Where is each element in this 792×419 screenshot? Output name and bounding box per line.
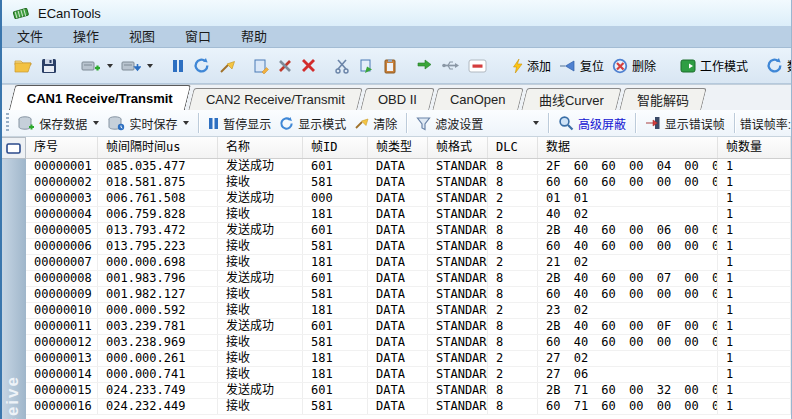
filter-settings-label: 滤波设置 (435, 115, 483, 132)
advanced-mask-button[interactable]: 高级屏蔽 (554, 113, 630, 134)
table-row[interactable]: 00000009001.982.127接收581DATASTANDARD860 … (26, 287, 791, 303)
menu-item[interactable]: 帮助 (226, 26, 282, 47)
table-row[interactable]: 00000002018.581.875接收581DATASTANDARD860 … (26, 175, 791, 191)
table-row[interactable]: 00000011003.239.781发送成功601DATASTANDARD82… (26, 319, 791, 335)
table-row[interactable]: 00000012003.238.969接收581DATASTANDARD860 … (26, 335, 791, 351)
column-header[interactable]: 序号 (26, 137, 98, 158)
column-header[interactable]: 数据 (538, 137, 718, 158)
table-cell: 181 (303, 367, 368, 382)
menu-item[interactable]: 文件 (2, 26, 58, 47)
filter-preset-combobox[interactable] (487, 114, 543, 132)
table-row[interactable]: 00000004006.759.828接收181DATASTANDARD240 … (26, 207, 791, 223)
clean-button[interactable] (214, 56, 239, 76)
toolbar-separator (548, 113, 549, 133)
display-mode-button[interactable]: 显示模式 (275, 113, 350, 134)
work-mode-button[interactable]: 工作模式 (676, 55, 752, 76)
realtime-save-label: 实时保存 (129, 115, 177, 132)
table-row[interactable]: 00000008001.983.796发送成功601DATASTANDARD82… (26, 271, 791, 287)
table-cell: 581 (303, 335, 368, 350)
table-cell: 2 (488, 207, 538, 222)
stop-button[interactable] (464, 57, 491, 75)
tab-0[interactable]: CAN1 Receive/Transmit (9, 85, 191, 110)
pause-display-button[interactable]: 暂停显示 (204, 113, 275, 134)
table-row[interactable]: 00000016024.232.449接收581DATASTANDARD860 … (26, 399, 791, 415)
column-header[interactable]: 帧ID (303, 137, 368, 158)
table-cell: 1 (718, 191, 791, 206)
save-file-button[interactable] (37, 56, 61, 76)
table-cell: 003.238.969 (98, 335, 218, 350)
table-cell: 27 02 (538, 351, 718, 366)
connect-button[interactable] (412, 56, 437, 75)
tab-1[interactable]: CAN2 Receive/Transmit (188, 88, 362, 110)
select-all-cell[interactable] (2, 137, 26, 159)
receive-toolbar: 保存数据 实时保存 暂停显示 显示模式 清除 滤波设置 高级屏蔽 显示错误帧 错… (2, 110, 791, 137)
add-button[interactable]: 添加 (507, 55, 555, 76)
clear-button[interactable]: 清除 (350, 113, 401, 134)
table-cell: 000 (303, 191, 368, 206)
menu-item[interactable]: 窗口 (170, 26, 226, 47)
dropdown-arrow-icon (533, 121, 539, 125)
toolbar-separator (198, 113, 199, 133)
save-data-button[interactable]: 保存数据 (13, 113, 103, 134)
table-row[interactable]: 00000003006.761.508发送成功000DATASTANDARD20… (26, 191, 791, 207)
table-row[interactable]: 00000014000.000.741接收181DATASTANDARD227 … (26, 367, 791, 383)
table-cell: 003.239.781 (98, 319, 218, 334)
table-cell: 00000012 (26, 335, 98, 350)
frame-table: 序号帧间隔时间us名称帧ID帧类型帧格式DLC数据帧数量 00000001085… (26, 137, 791, 419)
table-row[interactable]: 00000007000.000.698接收181DATASTANDARD221 … (26, 255, 791, 271)
column-header[interactable]: 帧间隔时间us (98, 137, 218, 158)
column-header[interactable]: DLC (488, 137, 538, 158)
table-cell: DATA (368, 367, 428, 382)
table-row[interactable]: 00000001085.035.477发送成功601DATASTANDARD82… (26, 159, 791, 175)
usb-button[interactable] (437, 57, 464, 74)
table-cell: 接收 (218, 255, 303, 270)
table-cell: 181 (303, 207, 368, 222)
show-error-frames-button[interactable]: 显示错误帧 (641, 113, 729, 134)
table-cell: 00000001 (26, 159, 98, 174)
tab-4[interactable]: 曲线Curver (521, 88, 622, 110)
tab-5[interactable]: 智能解码 (619, 88, 707, 110)
column-header[interactable]: 帧格式 (428, 137, 488, 158)
table-cell: STANDARD (428, 191, 488, 206)
delete-frame-button[interactable] (297, 56, 320, 75)
table-row[interactable]: 00000006013.795.223接收581DATASTANDARD860 … (26, 239, 791, 255)
display-mode-label: 显示模式 (298, 115, 346, 132)
table-cell: 8 (488, 399, 538, 414)
edit-frame-button[interactable] (249, 56, 273, 76)
menu-item[interactable]: 视图 (114, 26, 170, 47)
refresh-button[interactable] (189, 55, 214, 76)
cut-button[interactable] (330, 56, 354, 76)
device-close-button[interactable] (117, 56, 157, 76)
paste-button[interactable] (378, 56, 402, 76)
copy-button[interactable] (354, 56, 378, 76)
column-header[interactable]: 帧类型 (368, 137, 428, 158)
table-row[interactable]: 00000015024.233.749发送成功601DATASTANDARD82… (26, 383, 791, 399)
tab-3[interactable]: CanOpen (432, 88, 523, 110)
table-cell: 000.000.741 (98, 367, 218, 382)
table-row[interactable]: 00000010000.000.592接收181DATASTANDARD223 … (26, 303, 791, 319)
filter-settings-button[interactable]: 滤波设置 (412, 113, 487, 134)
table-cell: 1 (718, 335, 791, 350)
table-cell: 00000007 (26, 255, 98, 270)
tab-2[interactable]: OBD II (360, 88, 435, 110)
toolbar-gripper[interactable] (6, 113, 9, 133)
table-cell: STANDARD (428, 303, 488, 318)
column-header[interactable]: 帧数量 (718, 137, 791, 158)
realtime-save-button[interactable]: 实时保存 (103, 113, 193, 134)
pause-icon (208, 117, 219, 130)
pause-button[interactable] (167, 56, 189, 76)
open-file-button[interactable] (10, 56, 37, 76)
delete-button[interactable]: 删除 (608, 55, 660, 76)
device-open-button[interactable] (77, 56, 117, 76)
table-cell: 接收 (218, 335, 303, 350)
table-row[interactable]: 00000005013.793.472发送成功601DATASTANDARD82… (26, 223, 791, 239)
reset-button[interactable]: 复位 (555, 55, 608, 76)
settings-tools-button[interactable] (273, 56, 297, 76)
table-cell: 00000009 (26, 287, 98, 302)
table-row[interactable]: 00000013000.000.261接收181DATASTANDARD227 … (26, 351, 791, 367)
table-cell: 00000011 (26, 319, 98, 334)
table-cell: 2B 71 60 00 32 00 00 00 (538, 383, 718, 398)
column-header[interactable]: 名称 (218, 137, 303, 158)
data-flow-button[interactable]: 数据 (762, 55, 791, 76)
menu-item[interactable]: 操作 (58, 26, 114, 47)
